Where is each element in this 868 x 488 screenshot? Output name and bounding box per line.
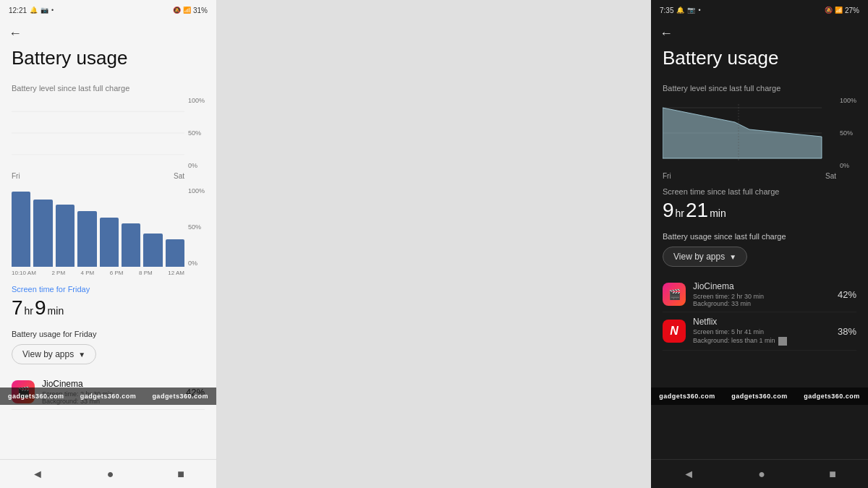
wifi-icon: 📶	[183, 7, 191, 14]
app-item-jioCinema-right: 🎬 JioCinema Screen time: 2 hr 30 min Bac…	[663, 277, 856, 312]
more-icon: •	[51, 7, 54, 14]
watermark-text-left3: gadgets360.com	[152, 393, 208, 400]
watermark-text-right3: gadgets360.com	[804, 393, 860, 400]
screen-time-label-left: Screen time for Friday	[12, 285, 205, 294]
time-labels-left: 10:10 AM 2 PM 4 PM 6 PM 8 PM 12 AM	[12, 270, 205, 276]
app-detail2-netflix-right: Background: less than 1 min	[693, 335, 838, 346]
mute-icon-right: 🔕	[825, 7, 833, 14]
bar-chart-left: 100% 50% 0%	[12, 187, 205, 267]
recents-nav-icon-right[interactable]: ■	[829, 468, 836, 481]
app-detail1-jioCinema-right: Screen time: 2 hr 30 min	[693, 293, 838, 300]
watermark-text-right2: gadgets360.com	[731, 393, 788, 400]
screen-min-unit-left: min	[48, 305, 64, 317]
battery-level-label-left: Battery level since last full charge	[12, 84, 205, 93]
back-button-left[interactable]: ←	[0, 20, 216, 47]
watermark-text-left: gadgets360.com	[8, 393, 64, 400]
status-right: 🔕 📶 31%	[173, 7, 208, 14]
netflix-icon-right: N	[663, 320, 686, 343]
page-title-right: Battery usage	[663, 47, 856, 69]
jioCinema-icon-right: 🎬	[663, 283, 686, 306]
netflix-box-icon	[778, 337, 787, 346]
page-title-left: Battery usage	[12, 47, 205, 69]
nav-bar-left: ◄ ● ■	[0, 459, 216, 488]
status-left-right: 7:35 🔔 📷 •	[660, 7, 701, 14]
back-button-right[interactable]: ←	[651, 20, 868, 47]
view-by-apps-button-right[interactable]: View by apps ▼	[663, 247, 747, 267]
right-phone: 7:35 🔔 📷 • 🔕 📶 27% ← Battery usage Batte…	[651, 0, 868, 488]
instagram-icon-right: 📷	[687, 7, 695, 14]
watermark-text-left2: gadgets360.com	[80, 393, 137, 400]
app-detail2-jioCinema-right: Background: 33 min	[693, 300, 838, 307]
status-left: 12:21 🔔 📷 •	[9, 7, 54, 14]
app-item-netflix-right: N Netflix Screen time: 5 hr 41 min Backg…	[663, 312, 856, 351]
instagram-icon: 📷	[41, 7, 48, 14]
back-nav-icon[interactable]: ◄	[32, 468, 43, 481]
bars-area-left	[12, 187, 184, 267]
notification-icon: 🔔	[30, 7, 38, 14]
chart-inner-right	[663, 97, 836, 169]
day-labels-left: Fri Sat	[12, 172, 205, 180]
screen-min-unit-right: min	[710, 207, 726, 219]
more-icon-right: •	[698, 7, 700, 14]
screen-minutes-right: 21	[686, 199, 708, 222]
battery-left: 31%	[193, 7, 208, 14]
app-percent-jioCinema-right: 42%	[838, 289, 856, 300]
battery-usage-label-left: Battery usage for Friday	[12, 330, 205, 338]
time-right: 7:35	[660, 7, 673, 14]
app-info-jioCinema-right: JioCinema Screen time: 2 hr 30 min Backg…	[693, 281, 838, 307]
left-phone: 12:21 🔔 📷 • 🔕 📶 31% ← Battery usage Batt…	[0, 0, 217, 488]
screen-minutes-left: 9	[35, 296, 46, 320]
view-by-apps-label-left: View by apps	[22, 349, 74, 359]
left-phone-content: Battery usage Battery level since last f…	[0, 47, 216, 410]
nav-bar-right: ◄ ● ■	[651, 459, 868, 488]
bar-2	[33, 200, 52, 267]
view-by-apps-button-left[interactable]: View by apps ▼	[12, 344, 96, 364]
screen-time-value-right: 9 hr 21 min	[663, 199, 856, 222]
bar-6	[122, 223, 140, 267]
watermark-bar-right: gadgets360.com gadgets360.com gadgets360…	[651, 388, 868, 405]
screen-hours-left: 7	[12, 296, 23, 320]
app-info-netflix-right: Netflix Screen time: 5 hr 41 min Backgro…	[693, 317, 838, 346]
dropdown-arrow-left: ▼	[78, 351, 85, 359]
watermark-bar-left: gadgets360.com gadgets360.com gadgets360…	[0, 388, 216, 405]
app-percent-netflix-right: 38%	[838, 326, 856, 337]
app-name-netflix-right: Netflix	[693, 317, 838, 327]
battery-line-chart-left: 100% 50% 0%	[12, 97, 205, 169]
status-bar-left: 12:21 🔔 📷 • 🔕 📶 31%	[0, 0, 216, 20]
right-phone-content: Battery usage Battery level since last f…	[651, 47, 868, 351]
home-nav-icon[interactable]: ●	[107, 468, 114, 481]
screen-time-label-right: Screen time since last full charge	[663, 187, 856, 196]
bar-7	[143, 234, 162, 267]
view-by-apps-label-right: View by apps	[673, 252, 725, 262]
bar-4	[77, 211, 96, 267]
status-right-right: 🔕 📶 27%	[825, 7, 859, 14]
bar-8	[166, 239, 184, 267]
notification-icon-right: 🔔	[676, 7, 684, 14]
watermark-text-right: gadgets360.com	[659, 393, 715, 400]
back-nav-icon-right[interactable]: ◄	[683, 468, 694, 481]
recents-nav-icon[interactable]: ■	[177, 468, 184, 481]
wifi-icon-right: 📶	[835, 7, 843, 14]
time-left: 12:21	[9, 7, 27, 14]
screen-hr-unit-right: hr	[676, 207, 684, 219]
line-chart-svg-right	[663, 97, 836, 169]
battery-line-chart-right: 100% 50% 0%	[663, 97, 856, 169]
bar-1	[12, 192, 30, 267]
screen-hours-right: 9	[663, 199, 674, 222]
dropdown-arrow-right: ▼	[729, 253, 736, 261]
bar-3	[56, 205, 75, 267]
screen-hr-unit-left: hr	[25, 305, 33, 317]
line-chart-svg-left	[12, 97, 184, 169]
chart-inner-left	[12, 97, 184, 169]
battery-usage-label-right: Battery usage since last full charge	[663, 232, 856, 241]
status-bar-right: 7:35 🔔 📷 • 🔕 📶 27%	[651, 0, 868, 20]
bar-5	[100, 218, 119, 267]
mute-icon: 🔕	[173, 7, 181, 14]
app-name-jioCinema-right: JioCinema	[693, 281, 838, 291]
home-nav-icon-right[interactable]: ●	[758, 468, 765, 481]
chart-y-labels-right: 100% 50% 0%	[840, 97, 856, 169]
chart-y-labels-left: 100% 50% 0%	[188, 97, 205, 169]
bar-chart-y-labels-left: 100% 50% 0%	[188, 187, 205, 267]
day-labels-right: Fri Sat	[663, 172, 856, 180]
screen-time-value-left: 7 hr 9 min	[12, 296, 205, 320]
